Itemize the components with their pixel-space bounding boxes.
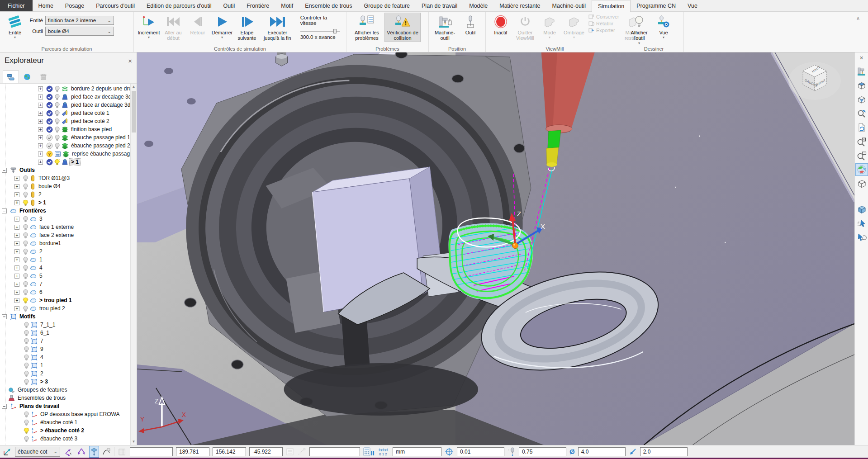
explorer-tab-web[interactable]: [19, 71, 35, 83]
bulb-icon[interactable]: [24, 338, 29, 345]
expander-icon[interactable]: +: [14, 282, 19, 287]
tree-item[interactable]: ébauche coté 3: [0, 435, 137, 443]
view-button[interactable]: Vue ▾: [652, 13, 675, 40]
tree-item[interactable]: −Motifs: [0, 312, 137, 321]
tab-vue[interactable]: Vue: [682, 0, 703, 11]
expander-icon[interactable]: +: [38, 143, 43, 148]
tree-item[interactable]: 1: [0, 361, 137, 369]
tree-item[interactable]: +bordure 2 depuis une droite: [0, 85, 137, 93]
tree-item[interactable]: +bordure1: [0, 239, 137, 247]
expander-icon[interactable]: +: [14, 241, 19, 246]
next-step-button[interactable]: Etape suivante: [235, 13, 259, 42]
show-block-icon[interactable]: [856, 203, 868, 215]
tree-item[interactable]: +> 1: [0, 199, 137, 207]
bulb-icon[interactable]: [23, 273, 28, 279]
scroll-down-icon[interactable]: ▼: [131, 439, 137, 445]
expander-icon[interactable]: −: [2, 314, 7, 319]
expander-icon[interactable]: +: [38, 135, 43, 140]
coord-y-input[interactable]: [213, 447, 246, 456]
bulb-icon[interactable]: [54, 118, 60, 125]
show-problems-button[interactable]: Afficher les problèmes: [350, 13, 384, 42]
bulb-icon[interactable]: [23, 216, 28, 222]
expander-icon[interactable]: +: [14, 274, 19, 279]
tree-item[interactable]: +2: [0, 247, 137, 256]
bulb-icon[interactable]: [23, 199, 28, 206]
thickness-input[interactable]: [519, 447, 566, 456]
tree-item[interactable]: Ensembles de trous: [0, 394, 137, 402]
bulb-icon[interactable]: [23, 191, 28, 198]
expander-icon[interactable]: +: [14, 249, 19, 254]
tree-item[interactable]: ébauche coté 1: [0, 418, 137, 426]
tab-groupe-de-feature[interactable]: Groupe de feature: [358, 0, 416, 11]
tool-select[interactable]: boule Ø4 ⌄: [45, 27, 114, 36]
tab-parcours-d-outil[interactable]: Parcours d'outil: [90, 0, 141, 11]
speed-control[interactable]: Contrôler la vitesse 300.0 x avance: [296, 13, 343, 40]
refresh-view-icon[interactable]: [856, 122, 868, 133]
tree-item[interactable]: 7_1_1: [0, 321, 137, 329]
expander-icon[interactable]: −: [2, 404, 7, 409]
tree-item[interactable]: +5: [0, 272, 137, 280]
bulb-icon[interactable]: [23, 224, 28, 231]
bulb-icon[interactable]: [24, 411, 29, 418]
expander-icon[interactable]: +: [14, 290, 19, 295]
zoom-full-icon[interactable]: [856, 136, 868, 147]
expander-icon[interactable]: −: [2, 208, 7, 213]
expander-icon[interactable]: +: [14, 192, 19, 197]
calculator-pause-icon[interactable]: [363, 446, 375, 457]
viewport-3d[interactable]: Z X HAUT GAUCHE AVANT: [137, 52, 854, 445]
tree-item[interactable]: +pied face coté 2: [0, 117, 137, 125]
tab-outil[interactable]: Outil: [217, 0, 241, 11]
bulb-icon[interactable]: [23, 183, 28, 190]
curve-tag-icon[interactable]: [102, 446, 111, 457]
tab-motif[interactable]: Motif: [275, 0, 299, 11]
bulb-icon[interactable]: [54, 134, 60, 141]
view-cube[interactable]: HAUT GAUCHE AVANT: [788, 62, 841, 100]
bulb-icon[interactable]: [23, 232, 28, 239]
expander-icon[interactable]: +: [14, 257, 19, 262]
tree-item[interactable]: +ébauche passage pied 2: [0, 142, 137, 150]
wireframe-view-icon[interactable]: [856, 178, 868, 189]
expander-icon[interactable]: −: [2, 168, 7, 173]
view-iso-icon[interactable]: [856, 94, 868, 105]
bulb-icon[interactable]: [23, 256, 28, 263]
tree-item[interactable]: −Outils: [0, 166, 137, 174]
tree-item[interactable]: 9: [0, 345, 137, 353]
expander-icon[interactable]: +: [38, 151, 43, 156]
bulb-icon[interactable]: [24, 370, 29, 377]
run-to-end-button[interactable]: Exécuter jusqu'à la fin: [260, 13, 295, 42]
bulb-icon[interactable]: [24, 427, 29, 434]
bulb-icon[interactable]: [24, 362, 29, 369]
undo-select-icon[interactable]: [856, 232, 868, 243]
view-top-icon[interactable]: [856, 80, 868, 91]
expander-icon[interactable]: +: [14, 233, 19, 238]
expander-icon[interactable]: +: [14, 265, 19, 270]
tab-home[interactable]: Home: [33, 0, 59, 11]
tree-item[interactable]: +2: [0, 190, 137, 199]
tree-item[interactable]: +3: [0, 215, 137, 223]
tree-item[interactable]: > ébauche coté 2: [0, 426, 137, 435]
expander-icon[interactable]: +: [38, 95, 43, 99]
expander-icon[interactable]: +: [14, 217, 19, 222]
tree-item[interactable]: +pied face av decalage 3d: [0, 93, 137, 101]
tree-item[interactable]: 4: [0, 353, 137, 361]
tab-plan-de-travail[interactable]: Plan de travail: [416, 0, 463, 11]
tree-item[interactable]: +face 2 externe: [0, 231, 137, 239]
tolerance-target-icon[interactable]: [445, 446, 454, 457]
collision-check-button[interactable]: Vérification de collision: [385, 13, 420, 42]
start-button[interactable]: Démarrer ▾: [210, 13, 234, 40]
tree-item[interactable]: −Frontières: [0, 207, 137, 215]
tab-fronti-re[interactable]: Frontière: [241, 0, 275, 11]
bulb-icon[interactable]: [24, 435, 29, 442]
units-input[interactable]: [393, 447, 441, 456]
tree-item[interactable]: +> 1: [0, 158, 137, 166]
bulb-icon[interactable]: [23, 297, 28, 304]
tab-edition-de-parcours-d-outil[interactable]: Edition de parcours d'outil: [141, 0, 217, 11]
tree-item[interactable]: +> trou pied 1: [0, 296, 137, 304]
tree-item[interactable]: > 3: [0, 378, 137, 386]
expander-icon[interactable]: +: [14, 176, 19, 181]
bulb-icon[interactable]: [24, 322, 29, 328]
select-box-icon[interactable]: [856, 218, 868, 229]
bulb-icon[interactable]: [54, 102, 60, 109]
tree-item[interactable]: +1: [0, 256, 137, 264]
expander-icon[interactable]: +: [14, 306, 19, 311]
